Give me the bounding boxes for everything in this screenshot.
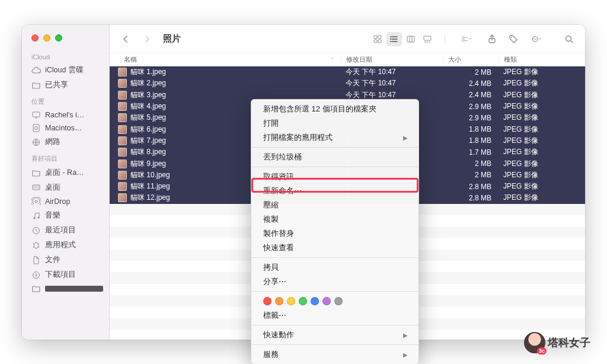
svg-point-29 — [535, 39, 535, 39]
tag-color-dot[interactable] — [334, 297, 343, 305]
tag-color-dot[interactable] — [287, 297, 295, 305]
sidebar-item[interactable]: 應用程式 — [22, 238, 109, 253]
file-size: 2.9 MB — [443, 103, 499, 111]
sidebar-item[interactable]: 已共享 — [22, 78, 109, 92]
window-title: 照片 — [163, 33, 181, 44]
column-view-button[interactable] — [403, 32, 418, 46]
watermark-avatar-icon — [524, 332, 545, 353]
icon-view-button[interactable] — [370, 32, 385, 46]
sidebar-item-label: Macintos… — [45, 124, 103, 132]
list-view-button[interactable] — [386, 32, 402, 46]
sidebar-item[interactable]: 網路 — [22, 135, 109, 149]
sidebar-item[interactable]: 音樂 — [22, 208, 109, 223]
context-menu-item-label: 製作替身 — [263, 228, 294, 239]
context-menu-item[interactable]: 快速動作▶ — [251, 328, 418, 342]
file-thumb-icon — [118, 113, 127, 122]
sidebar-item[interactable] — [22, 282, 109, 295]
airdrop-icon — [31, 197, 41, 206]
context-menu-item-label: 重新命名⋯ — [263, 186, 302, 196]
submenu-arrow-icon: ▶ — [403, 135, 408, 141]
context-menu-item[interactable]: 製作替身 — [251, 226, 418, 241]
sidebar-item-label: Rachel's i… — [45, 111, 103, 119]
group-menu-button[interactable] — [455, 32, 478, 46]
file-name: 貓咪 5.jpeg — [130, 113, 166, 123]
sidebar-item-label — [45, 286, 103, 292]
column-header-size[interactable]: 大小 — [443, 55, 499, 64]
file-thumb-icon — [118, 159, 127, 168]
file-thumb-icon — [118, 182, 127, 191]
file-kind: JPEG 影像 — [499, 101, 585, 111]
column-header-date[interactable]: 修改日期 — [341, 55, 443, 64]
file-thumb-icon — [118, 68, 127, 76]
context-menu-item-label: 拷貝 — [263, 262, 279, 273]
sidebar-item[interactable]: iCloud 雲碟 — [22, 63, 109, 78]
share-button[interactable] — [484, 32, 500, 46]
sidebar-item[interactable]: AirDrop — [22, 195, 109, 208]
file-row[interactable]: 貓咪 2.jpeg今天 下午 10:472.4 MBJPEG 影像 — [110, 78, 585, 89]
context-menu-tags[interactable] — [251, 294, 418, 308]
context-menu-item[interactable]: 拷貝 — [251, 260, 418, 274]
close-window-button[interactable] — [31, 34, 39, 41]
search-button[interactable] — [561, 32, 577, 46]
gallery-view-button[interactable] — [420, 32, 435, 46]
svg-point-28 — [533, 39, 534, 39]
action-menu-button[interactable] — [527, 32, 547, 46]
tag-color-dot[interactable] — [299, 297, 307, 305]
sidebar-item[interactable]: Rachel's i… — [22, 108, 109, 122]
tag-color-dot[interactable] — [311, 297, 319, 305]
column-header-name[interactable]: 名稱⌃ — [110, 55, 341, 64]
submenu-arrow-icon: ▶ — [403, 352, 408, 358]
tag-color-dot[interactable] — [263, 297, 271, 305]
zoom-window-button[interactable] — [55, 34, 62, 41]
svg-point-17 — [390, 41, 391, 42]
context-menu-item[interactable]: 重新命名⋯ — [251, 184, 418, 198]
sidebar-section-label: 位置 — [22, 92, 109, 108]
file-thumb-icon — [118, 193, 127, 202]
sidebar-item[interactable]: 下載項目 — [22, 267, 109, 282]
minimize-window-button[interactable] — [43, 34, 50, 41]
tag-color-dot[interactable] — [322, 297, 331, 305]
file-kind: JPEG 影像 — [499, 124, 585, 135]
context-menu-item[interactable]: 新增包含所選 12 個項目的檔案夾 — [251, 102, 418, 116]
sidebar-item[interactable]: 桌面 - Ra… — [22, 165, 109, 180]
file-name: 貓咪 7.jpeg — [130, 136, 166, 146]
file-thumb-icon — [118, 125, 127, 134]
sidebar-item[interactable]: 最近項目 — [22, 223, 109, 238]
tags-button[interactable] — [506, 32, 521, 46]
context-menu-item[interactable]: 快速查看 — [251, 241, 418, 255]
view-switcher — [370, 32, 435, 46]
sidebar-item-label: 已共享 — [45, 80, 103, 90]
context-menu-item-label: 取得資訊 — [263, 171, 294, 182]
sidebar-item-label: 應用程式 — [45, 240, 103, 250]
sidebar-item[interactable]: Macintos… — [22, 122, 109, 135]
file-kind: JPEG 影像 — [499, 181, 585, 191]
context-menu-item[interactable]: 服務▶ — [251, 347, 418, 362]
traffic-lights — [22, 34, 109, 49]
file-row[interactable]: 貓咪 1.jpeg今天 下午 10:472 MBJPEG 影像 — [110, 66, 585, 78]
file-size: 2 MB — [443, 171, 499, 179]
context-menu-item[interactable]: 分享⋯ — [251, 274, 418, 289]
context-menu-item[interactable]: 壓縮 — [251, 198, 418, 212]
watermark-text: 塔科女子 — [548, 336, 590, 350]
tag-color-dot[interactable] — [275, 297, 283, 305]
back-button[interactable] — [118, 32, 133, 46]
context-menu-item[interactable]: 取得資訊 — [251, 170, 418, 184]
file-name: 貓咪 4.jpeg — [130, 101, 166, 111]
sidebar-item[interactable]: 桌面 — [22, 180, 109, 195]
context-menu-item[interactable]: 複製 — [251, 212, 418, 226]
file-date: 今天 下午 10:47 — [341, 78, 443, 88]
sidebar-item-label: 文件 — [45, 255, 103, 265]
svg-point-31 — [566, 36, 571, 41]
context-menu-item[interactable]: 打開 — [251, 116, 418, 130]
sidebar-item[interactable]: 文件 — [22, 253, 109, 267]
svg-rect-19 — [424, 36, 431, 40]
context-menu-item[interactable]: 標籤⋯ — [251, 308, 418, 323]
context-menu-item[interactable]: 丟到垃圾桶 — [251, 150, 418, 164]
file-size: 1.8 MB — [443, 136, 499, 145]
forward-button[interactable] — [139, 32, 155, 46]
file-kind: JPEG 影像 — [499, 67, 585, 77]
context-menu-item[interactable]: 打開檔案的應用程式▶ — [251, 130, 418, 145]
column-header-kind[interactable]: 種類 — [499, 55, 585, 64]
context-menu-separator — [251, 325, 418, 325]
sidebar-item-label: 桌面 — [45, 183, 103, 193]
